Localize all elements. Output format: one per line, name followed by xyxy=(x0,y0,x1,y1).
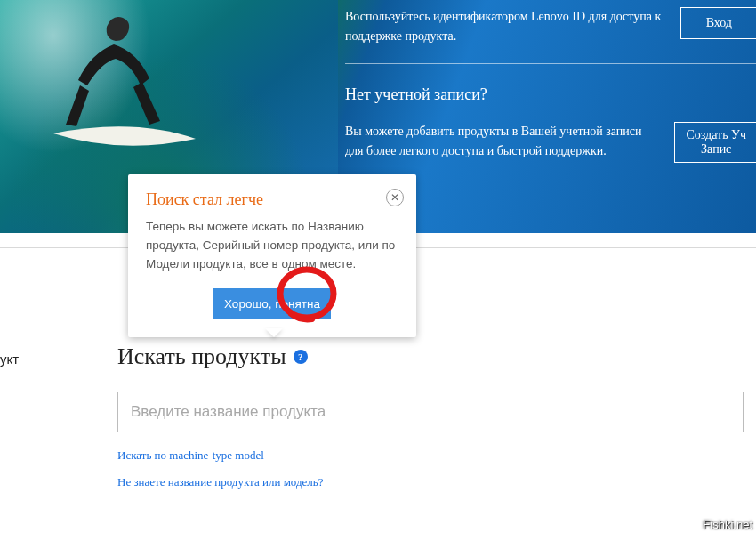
search-tooltip: Поиск стал легче ✕ Теперь вы можете иска… xyxy=(128,174,416,337)
link-machine-type-model[interactable]: Искать по machine-type model xyxy=(117,448,756,463)
hero-text-add-products: Вы можете добавить продукты в Вашей учет… xyxy=(345,122,658,162)
search-heading: Искать продукты ? xyxy=(117,343,308,370)
create-account-button[interactable]: Создать Уч Запис xyxy=(674,122,756,163)
tooltip-title: Поиск стал легче xyxy=(146,190,398,209)
create-account-button-line2: Запис xyxy=(701,142,731,156)
tooltip-ok-button[interactable]: Хорошо, понятна xyxy=(213,288,331,319)
watermark: Fishki.net xyxy=(703,518,752,531)
product-search-input[interactable] xyxy=(117,392,744,432)
tooltip-close-button[interactable]: ✕ xyxy=(386,189,404,206)
no-account-heading: Нет учетной записи? xyxy=(345,85,756,104)
search-heading-text: Искать продукты xyxy=(117,343,286,370)
create-account-button-line1: Создать Уч xyxy=(686,128,746,141)
hero-text-lenovo-id: Воспользуйтесь идентификатором Lenovo ID… xyxy=(345,7,664,47)
help-icon[interactable]: ? xyxy=(294,350,308,364)
hero-divider xyxy=(345,63,756,64)
link-unknown-product[interactable]: Не знаете название продукта или модель? xyxy=(117,475,756,489)
tooltip-body: Теперь вы можете искать по Названию прод… xyxy=(146,218,398,274)
login-button[interactable]: Вход xyxy=(680,7,756,39)
close-icon: ✕ xyxy=(390,192,399,203)
